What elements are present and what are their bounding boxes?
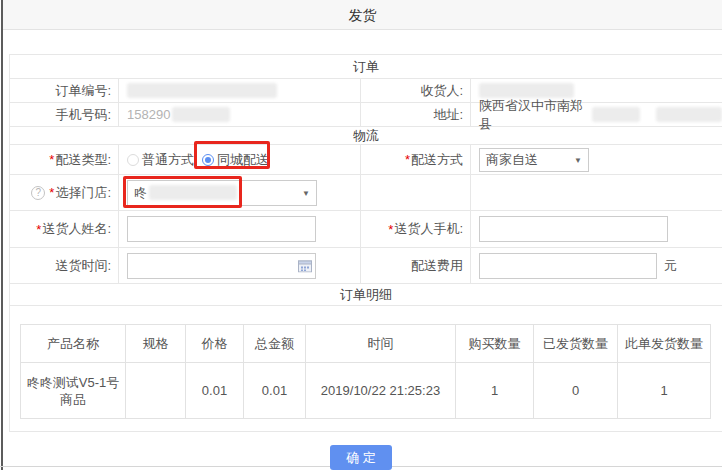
redacted-address-2: [656, 107, 722, 122]
cell-time: 2019/10/22 21:25:23: [306, 363, 456, 419]
section-title-order: 订单: [10, 55, 722, 79]
modal-title: 发货: [3, 0, 722, 30]
delivery-time-label: 送货时间:: [10, 248, 118, 283]
deliverer-phone-input[interactable]: [479, 216, 668, 242]
cell-price: 0.01: [186, 363, 244, 419]
phone-label: 手机号码:: [10, 103, 118, 126]
required-mark: *: [49, 152, 54, 167]
radio-city-delivery[interactable]: [202, 154, 214, 166]
chevron-down-icon: ▼: [302, 188, 310, 197]
required-mark: *: [405, 152, 410, 167]
order-row-2: 手机号码: 158290 地址: 陕西省汉中市南郑县: [10, 103, 722, 127]
delivery-fee-label: 配送费用: [360, 248, 470, 283]
cell-buy-qty: 1: [456, 363, 534, 419]
logistics-row-time-fee: 送货时间:: [10, 248, 722, 284]
cell-spec: [126, 363, 186, 419]
address-value-visible: 陕西省汉中市南郑县: [479, 97, 586, 133]
required-mark: *: [49, 185, 54, 200]
detail-header-row: 产品名称 规格 价格 总金额 时间 购买数量 已发货数量 此单发货数量: [21, 325, 711, 363]
col-price: 价格: [186, 325, 244, 363]
delivery-fee-input[interactable]: [479, 253, 657, 279]
store-row-spacer-label: [360, 175, 470, 210]
delivery-fee-cell: 元: [470, 248, 722, 283]
detail-table-zone: 产品名称 规格 价格 总金额 时间 购买数量 已发货数量 此单发货数量 咚咚测试…: [10, 306, 722, 431]
delivery-time-cell: [118, 248, 360, 283]
store-label: ? * 选择门店:: [10, 175, 118, 210]
deliverer-phone-label: * 送货人手机:: [360, 211, 470, 247]
col-time: 时间: [306, 325, 456, 363]
store-row-spacer-value: [470, 175, 722, 210]
cell-shipped-qty: 0: [534, 363, 618, 419]
help-icon[interactable]: ?: [31, 186, 45, 200]
order-no-label: 订单编号:: [10, 79, 118, 102]
calendar-icon[interactable]: [298, 259, 312, 272]
table-row: 咚咚测试V5-1号商品 0.01 0.01 2019/10/22 21:25:2…: [21, 363, 711, 419]
delivery-method-label: * 配送方式: [360, 145, 470, 174]
cell-product-name: 咚咚测试V5-1号商品: [21, 363, 126, 419]
fee-unit-label: 元: [664, 257, 677, 275]
ship-form: 订单 订单编号: 收货人: 手机号码: 158290 地址: 陕西省汉中市南郑县: [9, 54, 722, 432]
store-cell: 咚 ▼: [118, 175, 360, 210]
col-shipped-qty: 已发货数量: [534, 325, 618, 363]
order-no-value: [118, 79, 360, 102]
delivery-method-select[interactable]: 商家自送 ▼: [479, 148, 589, 172]
address-value: 陕西省汉中市南郑县: [470, 103, 722, 126]
delivery-method-cell: 商家自送 ▼: [470, 145, 722, 174]
store-select[interactable]: 咚 ▼: [127, 180, 317, 206]
redacted-address-1: [592, 107, 640, 122]
radio-normal-delivery[interactable]: [127, 154, 139, 166]
col-total: 总金额: [244, 325, 306, 363]
deliverer-name-cell: [118, 211, 360, 247]
required-mark: *: [36, 222, 41, 237]
delivery-type-label: * 配送类型:: [10, 145, 118, 174]
section-title-logistics: 物流: [10, 127, 722, 145]
col-buy-qty: 购买数量: [456, 325, 534, 363]
order-row-1: 订单编号: 收货人:: [10, 79, 722, 103]
address-label: 地址:: [360, 103, 470, 126]
logistics-row-store: ? * 选择门店: 咚 ▼: [10, 175, 722, 211]
window-left-edge: [1, 0, 3, 470]
logistics-row-type: * 配送类型: 普通方式 同城配送 * 配送方式 商家自送 ▼: [10, 145, 722, 175]
delivery-method-value: 商家自送: [486, 151, 538, 169]
radio-city-label[interactable]: 同城配送: [217, 151, 269, 169]
col-this-shipment-qty: 此单发货数量: [618, 325, 711, 363]
confirm-button[interactable]: 确 定: [330, 445, 392, 470]
delivery-time-input[interactable]: [127, 253, 316, 279]
radio-normal-label[interactable]: 普通方式: [142, 151, 194, 169]
col-product-name: 产品名称: [21, 325, 126, 363]
deliverer-phone-cell: [470, 211, 722, 247]
ship-goods-modal: 发货 订单 订单编号: 收货人: 手机号码: 158290 地址: 陕西省汉中市…: [0, 0, 722, 470]
phone-value: 158290: [118, 103, 360, 126]
deliverer-name-label: * 送货人姓名:: [10, 211, 118, 247]
col-spec: 规格: [126, 325, 186, 363]
redacted-receiver: [479, 83, 574, 98]
redacted-phone: [172, 107, 230, 122]
chevron-down-icon: ▼: [574, 155, 582, 164]
delivery-type-options: 普通方式 同城配送: [118, 145, 360, 174]
cell-this-shipment-qty: 1: [618, 363, 711, 419]
deliverer-name-input[interactable]: [127, 216, 316, 242]
order-detail-table: 产品名称 规格 价格 总金额 时间 购买数量 已发货数量 此单发货数量 咚咚测试…: [20, 324, 711, 419]
logistics-row-person: * 送货人姓名: * 送货人手机:: [10, 211, 722, 248]
store-value-visible: 咚: [134, 184, 147, 202]
required-mark: *: [388, 222, 393, 237]
redacted-order-no: [127, 83, 277, 98]
cell-total: 0.01: [244, 363, 306, 419]
receiver-label: 收货人:: [360, 79, 470, 102]
section-title-detail: 订单明细: [10, 284, 722, 306]
phone-value-visible: 158290: [127, 107, 170, 122]
redacted-store-name: [149, 185, 237, 200]
